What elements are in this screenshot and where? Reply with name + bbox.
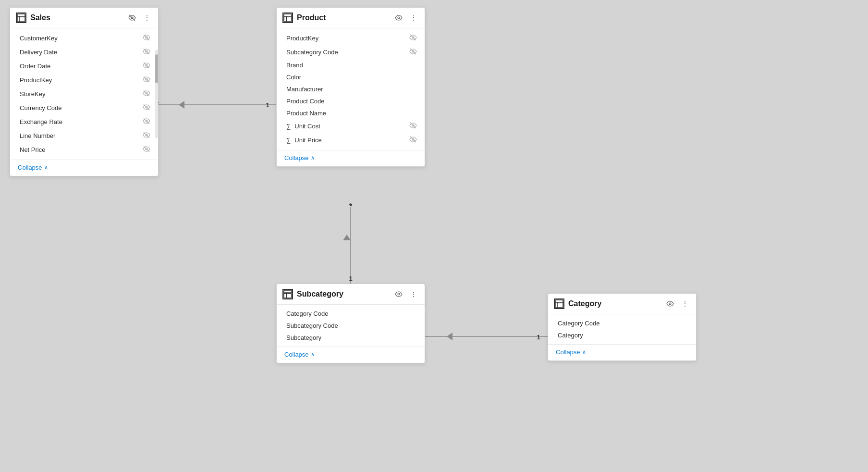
subcategory-collapse[interactable]: Collapse ∧ — [277, 347, 425, 363]
sales-scrollbar-thumb[interactable] — [155, 54, 158, 83]
product-table-header: Product ⋮ — [277, 8, 425, 28]
hidden-icon — [143, 62, 150, 71]
subcategory-arrow-marker — [343, 235, 351, 240]
table-row: Category — [548, 329, 696, 341]
field-label: ProductKey — [20, 76, 139, 84]
sales-collapse-chevron: ∧ — [44, 164, 48, 171]
hidden-icon — [143, 89, 150, 99]
subcategory-collapse-text[interactable]: Collapse — [284, 351, 309, 358]
hidden-icon — [409, 122, 417, 131]
diagram-canvas: * 1 * 1 * 1 Sales — [0, 0, 868, 472]
hidden-icon — [409, 48, 417, 57]
field-label: Subcategory Code — [286, 49, 405, 56]
table-row: Product Name — [277, 107, 425, 119]
svg-rect-3 — [17, 14, 25, 22]
category-arrow-marker — [447, 333, 452, 340]
sales-collapse-text[interactable]: Collapse — [18, 164, 42, 171]
category-collapse-text[interactable]: Collapse — [556, 348, 580, 356]
svg-rect-26 — [284, 14, 292, 22]
category-title: Category — [568, 299, 660, 308]
field-label: Exchange Rate — [20, 118, 139, 125]
product-collapse[interactable]: Collapse ∧ — [277, 150, 425, 166]
field-label: Brand — [286, 62, 417, 69]
table-row: Subcategory Code — [277, 45, 425, 59]
sales-header-actions: ⋮ — [126, 13, 152, 23]
hidden-icon — [143, 48, 150, 57]
subcategory-table-header: Subcategory ⋮ — [277, 284, 425, 305]
svg-point-29 — [398, 17, 400, 19]
subcategory-more-btn[interactable]: ⋮ — [408, 289, 419, 299]
field-label: Currency Code — [20, 104, 139, 112]
product-more-btn[interactable]: ⋮ — [408, 13, 419, 23]
table-row: Currency Code — [10, 101, 158, 115]
field-label: Subcategory Code — [286, 322, 417, 329]
table-row: Category Code — [548, 317, 696, 329]
category-visibility-btn[interactable] — [664, 299, 676, 309]
table-row: Category Code — [277, 308, 425, 320]
category-table: Category ⋮ Category Code Category Collap… — [548, 293, 697, 361]
hidden-icon — [409, 34, 417, 43]
sales-fields: CustomerKey Delivery Date Order Date Pro… — [10, 28, 158, 160]
hidden-icon — [143, 145, 150, 154]
table-row: CustomerKey — [10, 31, 158, 45]
table-row: ∑Unit Cost — [277, 119, 425, 133]
field-label: Line Number — [20, 132, 139, 139]
table-row: Brand — [277, 59, 425, 71]
table-row: Delivery Date — [10, 45, 158, 59]
field-label: Manufacturer — [286, 86, 417, 93]
table-row: ProductKey — [10, 73, 158, 87]
table-row: Product Code — [277, 95, 425, 107]
category-header-actions: ⋮ — [664, 299, 690, 309]
field-label: Color — [286, 74, 417, 81]
field-label: Order Date — [20, 62, 139, 70]
sales-table-header: Sales ⋮ — [10, 8, 158, 28]
table-row: Color — [277, 71, 425, 83]
sales-title: Sales — [30, 13, 122, 22]
product-header-actions: ⋮ — [393, 13, 419, 23]
hidden-icon — [143, 117, 150, 126]
subcategory-title: Subcategory — [297, 290, 389, 298]
sales-table-icon — [16, 12, 26, 23]
table-row: Order Date — [10, 59, 158, 73]
sales-collapse[interactable]: Collapse ∧ — [10, 160, 158, 176]
field-label: Product Name — [286, 110, 417, 117]
field-label: ∑Unit Price — [286, 137, 405, 144]
product-collapse-chevron: ∧ — [311, 155, 315, 161]
field-label: Net Price — [20, 146, 139, 153]
sales-more-btn[interactable]: ⋮ — [142, 13, 152, 23]
table-row: Exchange Rate — [10, 115, 158, 129]
product-visibility-btn[interactable] — [393, 13, 404, 23]
field-label: Subcategory — [286, 334, 417, 341]
sales-table: Sales ⋮ CustomerKey Del — [10, 7, 159, 176]
subcategory-collapse-chevron: ∧ — [311, 351, 315, 358]
field-label: ∑Unit Cost — [286, 123, 405, 130]
field-label: StoreKey — [20, 90, 139, 98]
hidden-icon — [409, 136, 417, 145]
product-one-marker: 1 — [263, 100, 272, 109]
category-more-btn[interactable]: ⋮ — [680, 299, 690, 309]
table-row: Manufacturer — [277, 83, 425, 95]
table-row: StoreKey — [10, 87, 158, 101]
svg-point-41 — [398, 293, 400, 295]
subcategory-header-actions: ⋮ — [393, 289, 419, 299]
sum-icon: ∑ — [286, 137, 291, 144]
sales-visibility-btn[interactable] — [126, 13, 138, 23]
field-label: Category Code — [558, 320, 688, 327]
table-row: Subcategory Code — [277, 320, 425, 332]
subcategory-visibility-btn[interactable] — [393, 289, 404, 299]
table-row: Subcategory — [277, 332, 425, 344]
product-many-down-marker: * — [346, 202, 355, 211]
product-fields: ProductKey Subcategory Code Brand Color … — [277, 28, 425, 150]
category-table-header: Category ⋮ — [548, 294, 696, 314]
category-collapse[interactable]: Collapse ∧ — [548, 344, 696, 360]
category-one-marker: 1 — [534, 333, 543, 341]
product-collapse-text[interactable]: Collapse — [284, 154, 309, 161]
field-label: Product Code — [286, 98, 417, 105]
subcategory-fields: Category Code Subcategory Code Subcatego… — [277, 305, 425, 347]
hidden-icon — [143, 75, 150, 85]
category-fields: Category Code Category — [548, 314, 696, 344]
sales-scrollbar[interactable] — [155, 50, 158, 138]
svg-rect-38 — [284, 290, 292, 298]
subcategory-table: Subcategory ⋮ Category Code Subcategory … — [276, 284, 425, 363]
category-collapse-chevron: ∧ — [582, 349, 586, 355]
